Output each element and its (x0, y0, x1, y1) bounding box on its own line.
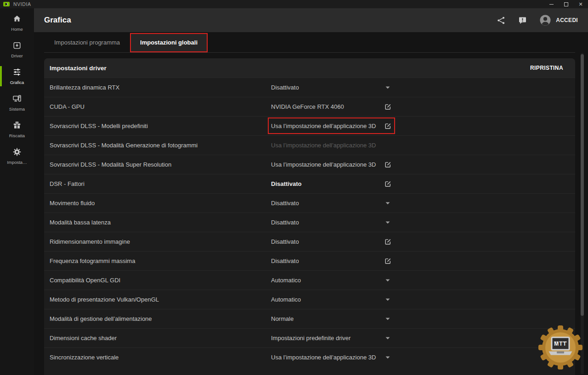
close-button[interactable]: ✕ (573, 0, 588, 8)
chevron-down-icon[interactable] (382, 356, 394, 359)
scrollbar-thumb[interactable] (581, 54, 584, 316)
chevron-down-icon[interactable] (382, 337, 394, 340)
setting-label: CUDA - GPU (50, 103, 85, 110)
setting-row: Dimensioni cache shaderImpostazioni pred… (44, 328, 575, 347)
sidebar-item-home[interactable]: Home (0, 12, 34, 34)
edit-icon[interactable] (382, 103, 394, 110)
setting-label: Sovrascrivi DLSS - Modalità Generazione … (50, 142, 198, 149)
tab-impostazioni-programma[interactable]: Impostazioni programma (44, 33, 130, 52)
setting-row: Metodo di presentazione Vulkan/OpenGLAut… (44, 290, 575, 309)
sidebar-item-label: Grafica (10, 80, 24, 85)
minimize-button[interactable] (544, 0, 559, 8)
setting-value[interactable]: NVIDIA GeForce RTX 4060 (271, 103, 344, 110)
feedback-button[interactable] (518, 17, 527, 24)
tab-impostazioni-globali[interactable]: Impostazioni globali (130, 33, 208, 52)
setting-value[interactable]: Disattivato (271, 200, 299, 207)
minimize-icon (549, 4, 554, 5)
edit-icon[interactable] (382, 123, 394, 129)
setting-value[interactable]: Usa l’impostazione dell’applicazione 3D (271, 161, 376, 168)
edit-icon[interactable] (382, 161, 394, 168)
sidebar-item-imposta[interactable]: Imposta… (0, 146, 34, 167)
settings-rows: Brillantezza dinamica RTXDisattivatoCUDA… (44, 78, 575, 367)
chevron-down-icon[interactable] (382, 318, 394, 320)
setting-row: Modalità di gestione dell’alimentazioneN… (44, 309, 575, 328)
app-body: HomeDriverGraficaSistemaRiscattaImposta…… (0, 8, 588, 375)
window-controls: ✕ (544, 0, 588, 8)
setting-row: Sovrascrivi DLSS - Modalità Generazione … (44, 135, 575, 155)
chevron-down-icon[interactable] (382, 298, 394, 301)
setting-label: DSR - Fattori (50, 180, 85, 187)
setting-label: Frequenza fotogrammi massima (50, 257, 135, 264)
sign-in-button[interactable]: ACCEDI (539, 14, 578, 26)
setting-label: Dimensioni cache shader (50, 335, 117, 341)
page-header: Grafica ACCEDI (34, 8, 588, 32)
sidebar-item-sistema[interactable]: Sistema (0, 92, 34, 113)
setting-label: Sovrascrivi DLSS - Modelli predefiniti (50, 123, 148, 129)
system-icon (12, 94, 22, 105)
sidebar-item-driver[interactable]: Driver (0, 39, 34, 60)
setting-value: Usa l’impostazione dell’applicazione 3D (271, 142, 376, 149)
sidebar-item-grafica[interactable]: Grafica (0, 66, 34, 87)
sidebar-item-label: Sistema (9, 106, 25, 112)
sidebar-item-label: Imposta… (7, 160, 27, 165)
page-title: Grafica (44, 16, 71, 25)
setting-value[interactable]: Disattivato (271, 238, 299, 245)
setting-row: Ridimensionamento immagineDisattivato (44, 232, 575, 251)
setting-label: Brillantezza dinamica RTX (50, 84, 119, 91)
titlebar: NVIDIA ✕ (0, 0, 588, 8)
setting-value[interactable]: Normale (271, 315, 294, 322)
maximize-button[interactable] (559, 0, 573, 8)
nvidia-logo-icon (3, 2, 10, 6)
setting-value[interactable]: Impostazioni predefinite driver (271, 335, 351, 341)
chevron-down-icon[interactable] (382, 202, 394, 205)
setting-value[interactable]: Automatico (271, 296, 301, 303)
setting-row: Brillantezza dinamica RTXDisattivato (44, 78, 575, 97)
driver-settings-panel: Impostazioni driver RIPRISTINA Brillante… (44, 58, 575, 375)
setting-label: Sovrascrivi DLSS - Modalità Super Resolu… (50, 161, 171, 168)
chevron-down-icon[interactable] (382, 86, 394, 89)
setting-label: Movimento fluido (50, 200, 95, 207)
close-icon: ✕ (578, 2, 582, 7)
setting-row: Modalità bassa latenzaDisattivato (44, 213, 575, 232)
setting-label: Sincronizzazione verticale (50, 354, 119, 361)
section-title: Impostazioni driver (50, 65, 107, 72)
setting-value[interactable]: Disattivato (271, 180, 301, 187)
setting-row: Compatibilità OpenGL GDIAutomatico (44, 270, 575, 290)
setting-label: Compatibilità OpenGL GDI (50, 277, 120, 284)
maximize-icon (564, 2, 568, 6)
edit-icon[interactable] (382, 257, 394, 264)
main-area: Grafica ACCEDI Impostazioni programma (34, 8, 588, 375)
setting-row: Sincronizzazione verticaleUsa l’impostaz… (44, 347, 575, 367)
sidebar-item-label: Driver (11, 53, 23, 58)
setting-value[interactable]: Disattivato (271, 219, 299, 226)
setting-row: Movimento fluidoDisattivato (44, 193, 575, 213)
setting-row: DSR - FattoriDisattivato (44, 174, 575, 193)
chevron-down-icon[interactable] (382, 221, 394, 224)
edit-icon[interactable] (382, 180, 394, 187)
setting-row: Frequenza fotogrammi massimaDisattivato (44, 251, 575, 270)
setting-value[interactable]: Automatico (271, 277, 301, 284)
scrollbar-track[interactable] (581, 53, 584, 374)
sidebar-item-label: Home (11, 27, 23, 32)
setting-value[interactable]: Disattivato (271, 257, 299, 264)
home-icon (12, 14, 22, 25)
restore-button[interactable]: RIPRISTINA (530, 65, 563, 71)
setting-row: Sovrascrivi DLSS - Modelli predefinitiUs… (44, 116, 575, 135)
setting-label: Metodo di presentazione Vulkan/OpenGL (50, 296, 159, 303)
settings-icon (12, 147, 22, 158)
header-actions: ACCEDI (497, 14, 578, 26)
setting-value[interactable]: Usa l’impostazione dell’applicazione 3D (271, 354, 376, 361)
graphics-icon (12, 67, 22, 78)
chevron-down-icon[interactable] (382, 279, 394, 282)
setting-label: Modalità di gestione dell’alimentazione (50, 315, 152, 322)
setting-value[interactable]: Disattivato (271, 84, 299, 91)
setting-row: CUDA - GPUNVIDIA GeForce RTX 4060 (44, 97, 575, 116)
sidebar-item-riscatta[interactable]: Riscatta (0, 119, 34, 140)
panel-header: Impostazioni driver RIPRISTINA (44, 58, 575, 78)
share-button[interactable] (497, 16, 506, 25)
app-title: NVIDIA (13, 1, 31, 7)
tab-strip: Impostazioni programma Impostazioni glob… (34, 32, 588, 53)
setting-value[interactable]: Usa l’impostazione dell’applicazione 3D (271, 123, 376, 129)
driver-icon (12, 41, 22, 52)
edit-icon[interactable] (382, 238, 394, 245)
